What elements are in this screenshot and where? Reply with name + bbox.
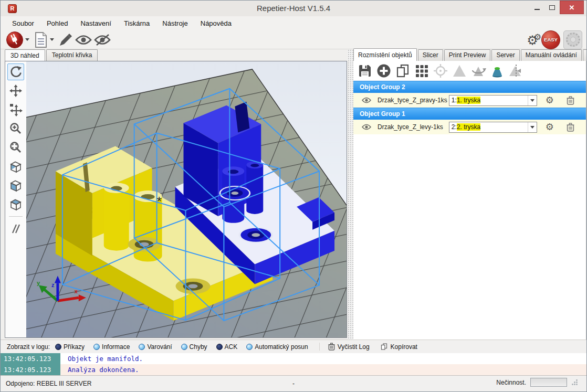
viewport-3d[interactable]: * x y z xyxy=(5,61,347,338)
object-list: Object Group 2 Drzak_tyce_Z_pravy-1ks 1:… xyxy=(353,81,586,134)
led-icon xyxy=(181,344,187,350)
printer-settings-gears-icon[interactable]: ⚙⚙ xyxy=(527,33,537,47)
log-output[interactable]: 13:42:05.123Objekt je manifold. 13:42:05… xyxy=(1,353,586,375)
zoom-fit-icon[interactable] xyxy=(7,139,24,156)
right-panel: Rozmístění objektů Slicer Print Preview … xyxy=(353,49,586,340)
rotate-view-icon[interactable] xyxy=(7,63,24,80)
filter-prikazy[interactable]: Příkazy xyxy=(55,343,85,351)
object-group-header[interactable]: Object Group 2 xyxy=(353,81,586,93)
svg-text:y: y xyxy=(37,280,40,286)
status-bar: Odpojeno: REBEL III SERVER - Nečinnost. xyxy=(1,375,586,391)
right-panel-tabs: Rozmístění objektů Slicer Print Preview … xyxy=(353,49,586,61)
connect-printer-icon[interactable] xyxy=(6,31,24,49)
menu-nastroje[interactable]: Nástroje xyxy=(156,17,194,29)
menu-soubor[interactable]: Soubor xyxy=(6,17,40,29)
menu-pohled[interactable]: Pohled xyxy=(40,17,74,29)
move-object-icon[interactable] xyxy=(7,101,24,118)
led-icon xyxy=(93,344,100,350)
copy-log-button[interactable]: Kopírovat xyxy=(380,343,417,351)
move-view-icon[interactable] xyxy=(7,82,24,99)
toggle-projection-icon[interactable] xyxy=(7,220,24,237)
filter-varovani[interactable]: Varování xyxy=(139,343,172,351)
view-top-icon[interactable] xyxy=(7,196,24,213)
menu-napoveda[interactable]: Nápověda xyxy=(194,17,238,29)
scale-object-icon[interactable] xyxy=(450,62,469,79)
chevron-down-icon[interactable] xyxy=(528,96,537,105)
zoom-in-icon[interactable] xyxy=(7,120,24,137)
svg-text:x: x xyxy=(75,288,78,294)
progress-bar xyxy=(530,378,567,387)
tab-3d-nahled[interactable]: 3D náhled xyxy=(5,49,45,61)
delete-object-trash-icon[interactable] xyxy=(567,123,574,132)
menu-bar: Soubor Pohled Nastavení Tiskárna Nástroj… xyxy=(1,16,586,30)
filter-informace[interactable]: Informace xyxy=(93,343,130,351)
add-object-icon[interactable] xyxy=(374,62,393,79)
led-icon xyxy=(246,344,253,350)
filter-ack[interactable]: ACK xyxy=(216,343,238,351)
cut-object-icon[interactable] xyxy=(488,62,507,79)
menu-nastaveni[interactable]: Nastavení xyxy=(74,17,118,29)
object-settings-gear-icon[interactable]: ⚙ xyxy=(546,96,554,105)
led-icon xyxy=(216,344,223,350)
resize-grip[interactable] xyxy=(571,379,578,386)
app-window: R Repetier-Host V1.5.4 ✕ Soubor Pohled N… xyxy=(0,0,587,392)
edit-pencil-icon[interactable] xyxy=(57,32,73,48)
extruder-select[interactable]: 2:2. tryska xyxy=(449,122,537,133)
log-row: 13:42:05.123Analýza dokončena. xyxy=(1,364,586,375)
rotate-object-icon[interactable] xyxy=(469,62,488,79)
emergency-stop-icon xyxy=(566,33,580,47)
visibility-eye-icon[interactable] xyxy=(362,97,371,103)
print-bed-scene[interactable]: * x y z xyxy=(26,61,347,337)
delete-object-trash-icon[interactable] xyxy=(567,96,574,105)
menu-tiskarna[interactable]: Tiskárna xyxy=(118,17,156,29)
object-settings-gear-icon[interactable]: ⚙ xyxy=(546,122,554,132)
object-toolbar xyxy=(353,61,586,81)
object-name: Drzak_tyce_Z_pravy-1ks xyxy=(378,97,449,104)
tab-rozmisteni-objektu[interactable]: Rozmístění objektů xyxy=(353,48,417,61)
object-row[interactable]: Drzak_tyce_Z_pravy-1ks 1:1. tryska ⚙ xyxy=(353,93,586,108)
filter-chyby[interactable]: Chyby xyxy=(181,343,207,351)
object-name: Drzak_tyce_Z_levy-1ks xyxy=(378,123,449,131)
tab-print-preview[interactable]: Print Preview xyxy=(444,49,491,61)
svg-text:z: z xyxy=(51,282,55,288)
chevron-down-icon[interactable] xyxy=(528,122,537,132)
visibility-eye-icon[interactable] xyxy=(362,124,371,130)
tab-sd-karta[interactable]: SD karta xyxy=(583,49,587,61)
autoposition-icon[interactable] xyxy=(412,62,431,79)
show-filament-eye-icon[interactable] xyxy=(75,34,92,46)
close-button[interactable]: ✕ xyxy=(560,1,584,14)
extruder-select[interactable]: 1:1. tryska xyxy=(449,95,537,106)
tab-teplotni-krivka[interactable]: Teplotní křivka xyxy=(46,49,98,61)
mirror-object-icon[interactable] xyxy=(507,62,526,79)
view-isometric-icon[interactable] xyxy=(7,158,24,175)
copy-object-icon[interactable] xyxy=(393,62,412,79)
hide-travel-eye-off-icon[interactable] xyxy=(94,34,111,46)
minimize-button[interactable] xyxy=(529,1,544,14)
maximize-button[interactable] xyxy=(544,1,560,14)
title-bar: R Repetier-Host V1.5.4 ✕ xyxy=(1,1,586,16)
filter-automaticky-posun[interactable]: Automatický posun xyxy=(246,343,308,351)
center-object-icon[interactable] xyxy=(431,62,450,79)
log-filter-bar: Zobrazit v logu: Příkazy Informace Varov… xyxy=(1,340,586,353)
copy-icon xyxy=(380,343,388,351)
view-tabs: 3D náhled Teplotní křivka xyxy=(5,49,99,61)
tab-server[interactable]: Server xyxy=(491,49,519,61)
trash-icon xyxy=(328,343,335,351)
printer-state-text: Nečinnost. xyxy=(496,379,526,386)
easy-mode-button[interactable]: EASY xyxy=(541,30,560,49)
tab-manualni-ovladani[interactable]: Manuální ovládání xyxy=(521,49,582,61)
clear-log-button[interactable]: Vyčistit Log xyxy=(319,343,370,351)
load-dropdown-caret[interactable] xyxy=(50,38,54,41)
emergency-stop-button[interactable] xyxy=(563,30,582,49)
object-row[interactable]: Drzak_tyce_Z_levy-1ks 2:2. tryska ⚙ xyxy=(353,120,586,134)
tab-slicer[interactable]: Slicer xyxy=(418,49,443,61)
connect-dropdown-caret[interactable] xyxy=(25,38,29,41)
save-stl-icon[interactable] xyxy=(355,62,374,79)
view-front-icon[interactable] xyxy=(7,177,24,194)
object-group-header[interactable]: Object Group 1 xyxy=(353,108,586,120)
log-filter-label: Zobrazit v logu: xyxy=(7,343,50,351)
panel-splitter[interactable] xyxy=(348,49,353,340)
led-icon xyxy=(139,344,145,350)
toolbar-divider xyxy=(9,216,23,217)
load-file-icon[interactable] xyxy=(33,31,48,48)
